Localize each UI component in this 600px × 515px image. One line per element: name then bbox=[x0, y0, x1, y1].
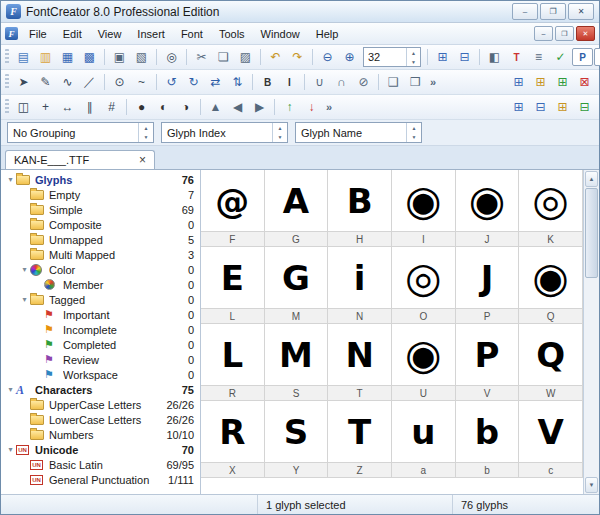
tree-item-simple[interactable]: Simple69 bbox=[1, 202, 200, 217]
glyph-cell-w[interactable]: QW bbox=[519, 324, 583, 401]
eraser-icon[interactable]: ◫ bbox=[13, 97, 34, 118]
pointer-icon[interactable]: ➤ bbox=[13, 72, 34, 93]
zoom-in-icon[interactable]: ⊕ bbox=[339, 47, 360, 68]
bold-icon[interactable]: B bbox=[257, 72, 278, 93]
glyph-cell-b[interactable]: bb bbox=[456, 401, 520, 478]
toolbar-grip[interactable] bbox=[5, 99, 9, 115]
zoom-spin-down-icon[interactable]: ▼ bbox=[407, 57, 420, 66]
snap-grid-icon[interactable]: # bbox=[101, 97, 122, 118]
tree-item-member[interactable]: Member0 bbox=[1, 277, 200, 292]
menu-item-edit[interactable]: Edit bbox=[55, 26, 90, 42]
italic-icon[interactable]: I bbox=[279, 72, 300, 93]
glyph-index-select[interactable]: Glyph Index▲▼ bbox=[161, 122, 288, 143]
caret-down-icon[interactable]: ▾ bbox=[5, 445, 16, 454]
tree-item-characters[interactable]: ▾ACharacters75 bbox=[1, 382, 200, 397]
menu-item-tools[interactable]: Tools bbox=[211, 26, 253, 42]
tile-vertical-icon[interactable]: ⊞ bbox=[530, 72, 551, 93]
split-view-icon[interactable]: ⊟ bbox=[530, 97, 551, 118]
new-font-icon[interactable]: ▤ bbox=[13, 47, 34, 68]
lower-icon[interactable]: ↓ bbox=[301, 97, 322, 118]
guides-icon[interactable]: ∥ bbox=[79, 97, 100, 118]
tree-item-empty[interactable]: Empty7 bbox=[1, 187, 200, 202]
tree-item-incomplete[interactable]: ⚑Incomplete0 bbox=[1, 322, 200, 337]
ti-icon[interactable]: TI bbox=[594, 48, 600, 66]
grouping-select[interactable]: No Grouping▲▼ bbox=[7, 122, 154, 143]
measure-icon[interactable]: ↔ bbox=[57, 97, 78, 118]
mdi-minimize-button[interactable]: ‒ bbox=[534, 26, 553, 41]
tree-item-review[interactable]: ⚑Review0 bbox=[1, 352, 200, 367]
copy-icon[interactable]: ❏ bbox=[213, 47, 234, 68]
glyph-cell-p[interactable]: JP bbox=[456, 247, 520, 324]
rotate-ccw-icon[interactable]: ↺ bbox=[161, 72, 182, 93]
menu-item-font[interactable]: Font bbox=[173, 26, 211, 42]
caret-down-icon[interactable]: ▾ bbox=[5, 385, 16, 394]
glyph-cell-q[interactable]: ◉Q bbox=[519, 247, 583, 324]
curve-icon[interactable]: ~ bbox=[131, 72, 152, 93]
tree-item-numbers[interactable]: Numbers10/10 bbox=[1, 427, 200, 442]
scrollbar-thumb[interactable] bbox=[585, 188, 598, 278]
mdi-close-button[interactable]: ✕ bbox=[576, 26, 595, 41]
cut-icon[interactable]: ✂ bbox=[191, 47, 212, 68]
toolbar-grip[interactable] bbox=[5, 74, 9, 90]
toolbar-overflow-chevron[interactable]: » bbox=[323, 101, 335, 113]
report-view-icon[interactable]: ⊟ bbox=[574, 97, 595, 118]
tile-horizontal-icon[interactable]: ⊞ bbox=[508, 72, 529, 93]
glyph-cell-g[interactable]: AG bbox=[265, 170, 329, 247]
redo-icon[interactable]: ↷ bbox=[287, 47, 308, 68]
table-view-icon[interactable]: ⊞ bbox=[508, 97, 529, 118]
toolbar-grip[interactable] bbox=[5, 49, 9, 65]
group-icon[interactable]: ❑ bbox=[383, 72, 404, 93]
glyph-cell-u[interactable]: ◉U bbox=[392, 324, 456, 401]
align-left-icon[interactable]: ◀ bbox=[227, 97, 248, 118]
tree-item-completed[interactable]: ⚑Completed0 bbox=[1, 337, 200, 352]
toolbar-overflow-chevron[interactable]: » bbox=[427, 76, 439, 88]
glyph-cell-k[interactable]: ◎K bbox=[519, 170, 583, 247]
title-bar[interactable]: F FontCreator 8.0 Professional Edition ‒… bbox=[1, 1, 599, 23]
menu-item-view[interactable]: View bbox=[90, 26, 130, 42]
tree-item-tagged[interactable]: ▾Tagged0 bbox=[1, 292, 200, 307]
vertical-scrollbar[interactable]: ▲ ▼ bbox=[583, 170, 599, 494]
properties-icon[interactable]: P bbox=[572, 48, 593, 66]
tab-kan-e-ttf[interactable]: KAN-E___.TTF × bbox=[5, 150, 155, 169]
tree-item-composite[interactable]: Composite0 bbox=[1, 217, 200, 232]
exclude-icon[interactable]: ⊘ bbox=[353, 72, 374, 93]
glyph-cell-h[interactable]: BH bbox=[328, 170, 392, 247]
glyph-cell-x[interactable]: RX bbox=[201, 401, 265, 478]
new-window-icon[interactable]: ⊞ bbox=[552, 72, 573, 93]
flip-horizontal-icon[interactable]: ⇄ bbox=[205, 72, 226, 93]
raise-icon[interactable]: ↑ bbox=[279, 97, 300, 118]
glyph-cell-j[interactable]: ◉J bbox=[456, 170, 520, 247]
glyph-cell-l[interactable]: EL bbox=[201, 247, 265, 324]
glyph-grid-icon[interactable]: ⊞ bbox=[432, 47, 453, 68]
test-font-icon[interactable]: T bbox=[506, 47, 527, 68]
knife-icon[interactable]: ／ bbox=[79, 72, 100, 93]
glyph-cell-a[interactable]: ua bbox=[392, 401, 456, 478]
close-button[interactable]: ✕ bbox=[568, 3, 594, 20]
glyph-cell-s[interactable]: MS bbox=[265, 324, 329, 401]
menu-item-window[interactable]: Window bbox=[253, 26, 308, 42]
rotate-cw-icon[interactable]: ↻ bbox=[183, 72, 204, 93]
glyph-cell-o[interactable]: ◎O bbox=[392, 247, 456, 324]
tree-item-color[interactable]: ▾Color0 bbox=[1, 262, 200, 277]
tab-close-icon[interactable]: × bbox=[139, 154, 146, 166]
glyph-cell-c[interactable]: Vc bbox=[519, 401, 583, 478]
tree-item-uppercase-letters[interactable]: UpperCase Letters26/26 bbox=[1, 397, 200, 412]
contour-icon[interactable]: ∿ bbox=[57, 72, 78, 93]
tree-item-workspace[interactable]: ⚑Workspace0 bbox=[1, 367, 200, 382]
open-font-icon[interactable]: ▥ bbox=[35, 47, 56, 68]
validate-icon[interactable]: ✓ bbox=[550, 47, 571, 68]
paste-icon[interactable]: ▨ bbox=[235, 47, 256, 68]
tree-item-lowercase-letters[interactable]: LowerCase Letters26/26 bbox=[1, 412, 200, 427]
glyph-cell-i[interactable]: ◉I bbox=[392, 170, 456, 247]
maximize-button[interactable]: ❐ bbox=[540, 3, 566, 20]
zoom-out-icon[interactable]: ⊖ bbox=[317, 47, 338, 68]
union-icon[interactable]: ∪ bbox=[309, 72, 330, 93]
cascade-windows-icon[interactable]: ⊟ bbox=[454, 47, 475, 68]
print-icon[interactable]: ▣ bbox=[109, 47, 130, 68]
glyph-cell-z[interactable]: TZ bbox=[328, 401, 392, 478]
glyph-cell-r[interactable]: LR bbox=[201, 324, 265, 401]
menu-item-help[interactable]: Help bbox=[308, 26, 347, 42]
print-preview-icon[interactable]: ▧ bbox=[131, 47, 152, 68]
glyph-name-select[interactable]: Glyph Name▲▼ bbox=[295, 122, 422, 143]
contrast-right-icon[interactable]: ◑ bbox=[175, 97, 196, 118]
